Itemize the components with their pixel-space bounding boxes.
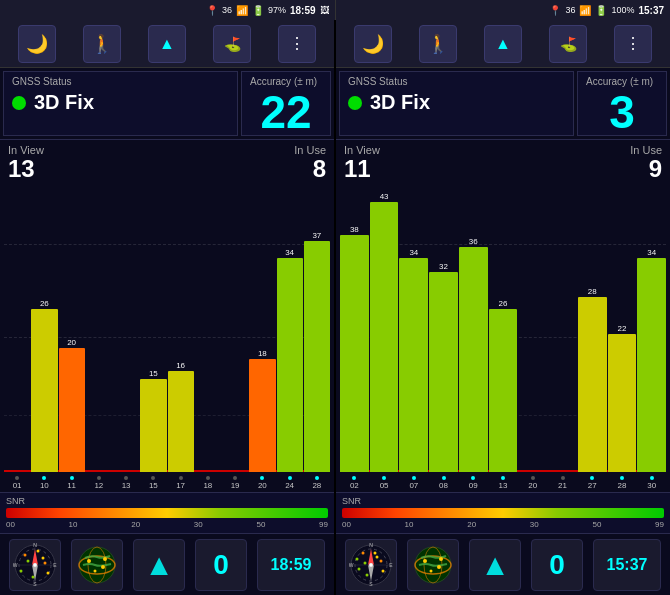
- svg-point-23: [101, 565, 105, 569]
- sat-label: 18: [195, 476, 221, 490]
- svg-point-32: [369, 563, 373, 567]
- in-use-right: In Use 9: [630, 144, 662, 182]
- status-bar-left: 📍 36 📶 🔋 97% 18:59 🖼: [0, 0, 336, 20]
- svg-text:E: E: [389, 562, 393, 568]
- sat-label: 08: [429, 476, 458, 490]
- compass-widget-left[interactable]: N S W E: [9, 539, 61, 591]
- bar-group: 34: [637, 190, 666, 472]
- svg-point-49: [423, 559, 427, 563]
- bar-group: 34: [277, 190, 303, 472]
- time-right: 15:37: [638, 5, 664, 16]
- bar-group: [86, 190, 112, 472]
- svg-point-12: [44, 561, 47, 564]
- accuracy-left: Accuracy (± m) 22: [241, 71, 331, 136]
- info-row-right: GNSS Status 3D Fix Accuracy (± m) 3: [336, 68, 670, 140]
- in-view-left: In View 13: [8, 144, 44, 182]
- svg-text:W: W: [349, 562, 354, 568]
- panel-right: 🌙 🚶 ▲ ⛳ ⋮ GNSS Status 3D Fix Accuracy (±…: [336, 20, 670, 595]
- toolbar-btn-moon[interactable]: 🌙: [18, 25, 56, 63]
- sat-label: 20: [518, 476, 547, 490]
- in-use-left: In Use 8: [294, 144, 326, 182]
- arrow-widget-right[interactable]: ▲: [469, 539, 521, 591]
- accuracy-number-right: 3: [609, 89, 635, 135]
- bar-group: 32: [429, 190, 458, 472]
- zero-widget-right[interactable]: 0: [531, 539, 583, 591]
- svg-point-22: [87, 559, 91, 563]
- sat-label: 21: [548, 476, 577, 490]
- svg-point-9: [20, 569, 23, 572]
- bar-group: 18: [249, 190, 275, 472]
- bar-group: 16: [168, 190, 194, 472]
- toolbar-right: 🌙 🚶 ▲ ⛳ ⋮: [336, 20, 670, 68]
- svg-text:E: E: [53, 562, 57, 568]
- svg-point-40: [374, 551, 377, 554]
- sat-label: 17: [168, 476, 194, 490]
- sat-label: 15: [140, 476, 166, 490]
- svg-point-39: [364, 561, 367, 564]
- signal-bars-icon: 📶: [236, 5, 248, 16]
- gnss-fix-right: 3D Fix: [370, 91, 430, 114]
- bars-right: 384334323626282234: [340, 190, 666, 472]
- bar-group: 34: [399, 190, 428, 472]
- battery-icon-left: 🔋: [252, 5, 264, 16]
- bar-group: 38: [340, 190, 369, 472]
- zero-widget-left[interactable]: 0: [195, 539, 247, 591]
- in-view-value-left: 13: [8, 156, 44, 182]
- svg-point-51: [430, 569, 433, 572]
- svg-point-41: [356, 557, 359, 560]
- toolbar-btn-more-r[interactable]: ⋮: [614, 25, 652, 63]
- chart-right: 384334323626282234 020507080913202127283…: [336, 182, 670, 492]
- svg-point-52: [439, 557, 443, 561]
- svg-point-11: [32, 575, 35, 578]
- svg-point-34: [376, 555, 379, 558]
- sat-label: 02: [340, 476, 369, 490]
- globe-widget-right[interactable]: [407, 539, 459, 591]
- toolbar-btn-moon-r[interactable]: 🌙: [354, 25, 392, 63]
- time-display-right: 15:37: [607, 556, 648, 574]
- time-display-left: 18:59: [271, 556, 312, 574]
- svg-text:N: N: [33, 543, 37, 548]
- sat-labels-left: 011011121315171819202428: [4, 474, 330, 492]
- bar-group: 20: [59, 190, 85, 472]
- svg-point-37: [366, 573, 369, 576]
- toolbar-btn-nav[interactable]: ▲: [148, 25, 186, 63]
- compass-widget-right[interactable]: N S W E: [345, 539, 397, 591]
- svg-point-35: [358, 567, 361, 570]
- gnss-label-right: GNSS Status: [348, 76, 565, 87]
- bar-group: [4, 190, 30, 472]
- svg-point-24: [94, 569, 97, 572]
- in-view-right: In View 11: [344, 144, 380, 182]
- bar-group: 26: [489, 190, 518, 472]
- sat-label: 30: [637, 476, 666, 490]
- signal-bars-icon-r: 📶: [579, 5, 591, 16]
- svg-point-38: [380, 559, 383, 562]
- sat-label: 28: [304, 476, 330, 490]
- time-widget-left: 18:59: [257, 539, 325, 591]
- sat-label: 09: [459, 476, 488, 490]
- toolbar-btn-person[interactable]: 🚶: [83, 25, 121, 63]
- toolbar-left: 🌙 🚶 ▲ ⛳ ⋮: [0, 20, 334, 68]
- svg-text:W: W: [13, 562, 18, 568]
- snr-right: SNR 001020305099: [336, 492, 670, 533]
- svg-point-36: [382, 569, 385, 572]
- toolbar-btn-more[interactable]: ⋮: [278, 25, 316, 63]
- arrow-widget-left[interactable]: ▲: [133, 539, 185, 591]
- status-bar-right: 📍 36 📶 🔋 100% 15:37: [336, 0, 671, 20]
- toolbar-btn-flag[interactable]: ⛳: [213, 25, 251, 63]
- chart-left: 26201516183437 011011121315171819202428: [0, 182, 334, 492]
- toolbar-btn-nav-r[interactable]: ▲: [484, 25, 522, 63]
- toolbar-btn-flag-r[interactable]: ⛳: [549, 25, 587, 63]
- gnss-value-right: 3D Fix: [348, 91, 565, 114]
- snr-left: SNR 001020305099: [0, 492, 334, 533]
- toolbar-btn-person-r[interactable]: 🚶: [419, 25, 457, 63]
- globe-widget-left[interactable]: [71, 539, 123, 591]
- signal-right: 36: [565, 5, 575, 15]
- in-use-value-left: 8: [294, 156, 326, 182]
- accuracy-number-left: 22: [260, 89, 311, 135]
- sat-labels-right: 0205070809132021272830: [340, 474, 666, 492]
- snr-ticks-right: 001020305099: [342, 520, 664, 529]
- bar-group: [195, 190, 221, 472]
- sat-label: 20: [249, 476, 275, 490]
- bottom-bar-left: N S W E ▲ 0: [0, 533, 334, 595]
- svg-point-50: [437, 565, 441, 569]
